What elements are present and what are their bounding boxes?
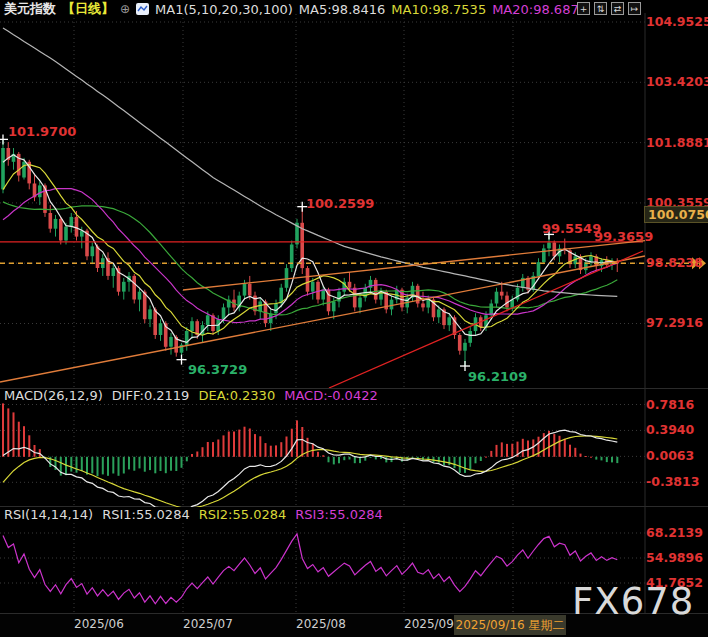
price-annotation: 96.2109 xyxy=(468,369,527,384)
macd-header: MACD(26,12,9) DIFF:0.2119 DEA:0.2330 MAC… xyxy=(4,388,378,403)
rsi1-value: RSI1:55.0284 xyxy=(102,507,190,522)
ma5-value: MA5:98.8416 xyxy=(299,2,386,17)
x-axis-month-label: 2025/06 xyxy=(74,617,124,631)
rsi-settings-label[interactable]: RSI(14,14,14) xyxy=(4,507,93,522)
macd-dea-value: DEA:0.2330 xyxy=(198,388,275,403)
rsi-axis-label: 54.9896 xyxy=(646,550,703,565)
rsi-axis-label: 68.2139 xyxy=(646,525,703,540)
macd-hist-value: MACD:-0.0422 xyxy=(284,388,378,403)
selected-date-badge: 2025/09/16 星期二 xyxy=(454,615,566,635)
chart-type-icon[interactable] xyxy=(136,3,149,15)
price-annotation: 101.9700 xyxy=(8,124,76,139)
macd-settings-label[interactable]: MACD(26,12,9) xyxy=(4,388,103,403)
price-axis-label: 104.9525 xyxy=(646,14,708,29)
price-annotation: 100.2599 xyxy=(306,196,374,211)
chart-canvas[interactable] xyxy=(0,0,708,637)
move-tool-icon[interactable]: + xyxy=(577,2,590,15)
expand-icon[interactable]: ⊕ xyxy=(120,2,130,16)
macd-axis-label: 0.0063 xyxy=(646,448,694,463)
price-axis-label: 100.0750 xyxy=(644,206,708,223)
ma10-value: MA10:98.7535 xyxy=(391,2,486,17)
macd-axis-label: 0.7816 xyxy=(646,397,694,412)
price-axis-label: 97.2916 xyxy=(646,315,703,330)
x-axis-month-label: 2025/08 xyxy=(296,617,346,631)
macd-diff-value: DIFF:0.2119 xyxy=(112,388,190,403)
x-axis-month-label: 2025/09 xyxy=(404,617,454,631)
rsi-header: RSI(14,14,14) RSI1:55.0284 RSI2:55.0284 … xyxy=(4,507,383,522)
price-axis-label: 101.8881 xyxy=(646,135,708,150)
zoom-horizontal-icon[interactable]: ⇄ xyxy=(611,2,624,15)
trading-chart-app: 美元指数【日线】⊕ MA1(5,10,20,30,100) MA5:98.841… xyxy=(0,0,708,637)
price-annotation: 99.5549 xyxy=(542,221,601,236)
price-annotation: 96.3729 xyxy=(188,362,247,377)
x-axis-month-label: 2025/07 xyxy=(183,617,233,631)
macd-axis-label: -0.3813 xyxy=(646,474,699,489)
period-tag[interactable]: 【日线】 xyxy=(62,0,114,18)
ma20-value: MA20:98.6878 xyxy=(492,2,587,17)
watermark-fx678: FX678 xyxy=(572,580,694,623)
ma-settings-label[interactable]: MA1(5,10,20,30,100) xyxy=(155,2,293,17)
rsi2-value: RSI2:55.0284 xyxy=(199,507,287,522)
go-to-latest-icon[interactable]: ↦ xyxy=(628,2,641,15)
chart-toolbar: + ⇅ ⇄ ↦ xyxy=(577,2,641,15)
chart-header: 美元指数【日线】⊕ MA1(5,10,20,30,100) MA5:98.841… xyxy=(4,1,587,17)
zoom-vertical-icon[interactable]: ⇅ xyxy=(594,2,607,15)
price-axis-label: 98.8238 xyxy=(646,255,703,270)
macd-axis-label: 0.3940 xyxy=(646,422,694,437)
price-axis-label: 103.4203 xyxy=(646,74,708,89)
rsi3-value: RSI3:55.0284 xyxy=(295,507,383,522)
symbol-title: 美元指数 xyxy=(4,0,56,18)
resistance-line-label: 99.3659 xyxy=(594,229,653,244)
